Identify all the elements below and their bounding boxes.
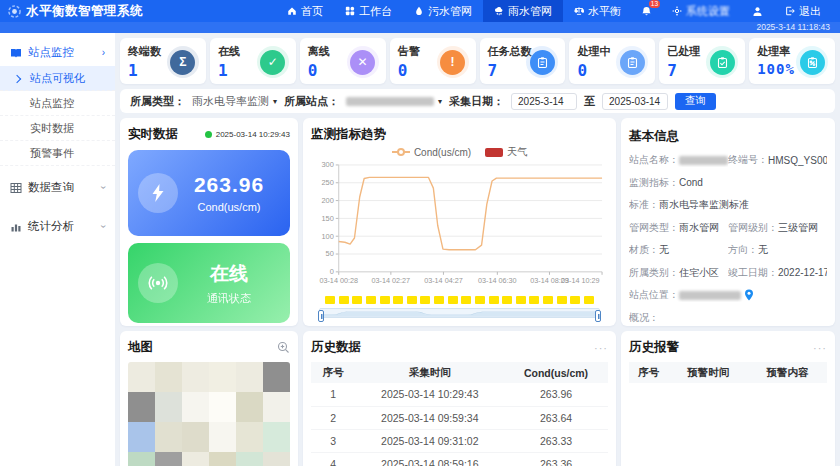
datazoom-right-handle[interactable] [595,310,601,322]
stat-card-alarm: 告警 0 ! [390,38,476,84]
datazoom-left-handle[interactable] [318,310,324,322]
nav-item-sewage-network[interactable]: 污水管网 [403,0,483,22]
user-avatar[interactable] [741,0,774,22]
legend-cond[interactable]: Cond(us/cm) [392,147,471,158]
main-content: 终端数 1 Σ 在线 1 ✓ 离线 0 ✕ 告警 0 ! 任务总数 7 [115,33,840,466]
svg-text:250: 250 [321,178,333,187]
caret-down-icon: ▾ [273,97,277,106]
settings-label: 系统设置 [686,4,730,19]
location-pin-icon[interactable] [744,289,754,301]
table-row[interactable]: 22025-03-14 09:59:34263.64 [311,406,608,429]
logout-button[interactable]: 退出 [774,0,832,22]
zoom-in-icon[interactable] [277,341,290,354]
app-logo-icon [8,5,21,18]
sidebar-group-statistics[interactable]: 统计分析 › [0,213,115,240]
trend-chart[interactable]: 05010015020025030003-14 00:2803-14 02:27… [311,159,608,294]
map-tile [263,392,290,422]
bar-chart-icon [10,221,22,233]
svg-text:03-14 06:30: 03-14 06:30 [478,276,517,285]
table-row[interactable]: 42025-03-14 08:59:16263.36 [311,452,608,466]
map-tile [182,422,209,452]
map-image[interactable] [128,362,290,466]
date-to-input[interactable] [602,93,668,110]
close-icon: ✕ [350,50,375,75]
caret-down-icon: ▾ [438,97,442,106]
type-select[interactable]: 雨水电导率监测 ▾ [192,94,277,109]
table-row[interactable]: 32025-03-14 09:31:02263.33 [311,429,608,452]
alerts-title: 历史报警 [629,339,679,356]
map-tile [128,452,155,466]
sidebar-item-station-monitor[interactable]: 站点监控 [0,91,115,116]
sidebar-group-data-query[interactable]: 数据查询 › [0,174,115,201]
map-tile [182,362,209,392]
nav-item-rain-network[interactable]: 雨水管网 [483,0,563,22]
svg-text:03-14 10:29: 03-14 10:29 [561,276,600,285]
chart-legend: Cond(us/cm) 天气 [311,145,608,159]
search-button[interactable]: 查询 [675,93,716,110]
clipboard-percent-icon [800,50,825,75]
weather-icon-strip [311,296,608,304]
nav-item-home[interactable]: 首页 [276,0,334,22]
gear-icon [672,6,682,16]
more-icon[interactable]: ··· [813,344,827,352]
stat-card-offline: 离线 0 ✕ [300,38,386,84]
date-from-input[interactable] [511,93,577,110]
map-tile [128,422,155,452]
home-icon [287,6,297,16]
weather-sunny-icon [325,296,335,304]
map-tile [236,422,263,452]
svg-text:03-14 00:28: 03-14 00:28 [319,276,358,285]
weather-sunny-icon [584,296,594,304]
brand: 水平衡数智管理系统 [8,3,143,20]
sidebar-item-realtime-data[interactable]: 实时数据 [0,116,115,141]
realtime-status: 2025-03-14 10:29:43 [205,130,290,139]
history-table: 序号 采集时间 Cond(us/cm) 12025-03-14 10:29:43… [311,362,608,466]
legend-weather[interactable]: 天气 [485,145,527,159]
map-tile [236,452,263,466]
map-tile [236,392,263,422]
terminal-id: HMSQ_YS002 [768,155,827,166]
stat-card-terminals: 终端数 1 Σ [120,38,206,84]
nav-item-water-balance[interactable]: 水平衡 [563,0,632,22]
map-tile [128,392,155,422]
station-select[interactable]: ▾ [346,97,442,106]
notifications-button[interactable]: 13 [632,0,661,22]
filter-bar: 所属类型： 雨水电导率监测 ▾ 所属站点： ▾ 采集日期： 至 查询 [120,89,835,113]
sidebar-item-alert-events[interactable]: 预警事件 [0,141,115,166]
sidebar-group-station-monitoring[interactable]: 站点监控 › [0,39,115,66]
weather-sunny-icon [407,296,417,304]
alerts-table: 序号 预警时间 预警内容 [629,362,827,383]
weather-sunny-icon [489,296,499,304]
clipboard-check-icon [710,50,735,75]
workbench-icon [345,6,355,16]
more-icon[interactable]: ··· [594,344,608,352]
stat-card-processing: 处理中 0 [569,38,655,84]
weather-sunny-icon [502,296,512,304]
nav-item-workbench[interactable]: 工作台 [334,0,403,22]
chevron-down-icon: › [98,186,109,189]
trend-title: 监测指标趋势 [311,126,608,143]
map-panel: 地图 [120,331,298,466]
weather-sunny-icon [393,296,403,304]
chevron-down-icon: › [98,225,109,228]
stat-card-online: 在线 1 ✓ [210,38,296,84]
history-title: 历史数据 [311,339,361,356]
settings-button[interactable]: 系统设置 [661,0,741,22]
rect-marker-icon [485,148,503,157]
map-tile [263,362,290,392]
comm-state-label: 通讯状态 [207,291,251,306]
sidebar-item-station-visualization[interactable]: 站点可视化 [0,66,115,91]
map-tile [209,452,236,466]
water-balance-icon [574,6,584,16]
clipboard-icon [530,50,555,75]
stats-row: 终端数 1 Σ 在线 1 ✓ 离线 0 ✕ 告警 0 ! 任务总数 7 [120,38,835,84]
svg-text:200: 200 [321,196,333,205]
map-tile [155,452,182,466]
weather-sunny-icon [352,296,362,304]
app-title: 水平衡数智管理系统 [26,3,143,20]
weather-sunny-icon [570,296,580,304]
datazoom-slider[interactable] [319,308,600,318]
map-tile [209,392,236,422]
table-row[interactable]: 12025-03-14 10:29:43263.96 [311,383,608,406]
realtime-title: 实时数据 [128,126,178,143]
